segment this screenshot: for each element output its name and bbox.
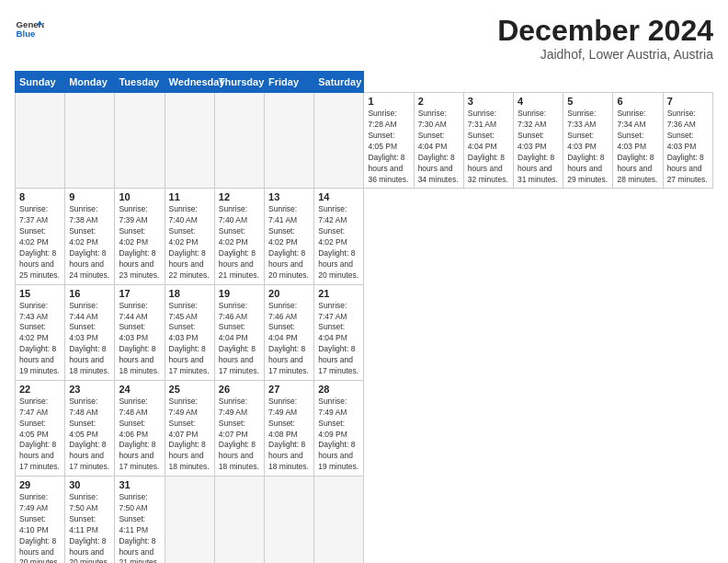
day-info: Sunrise: 7:37 AMSunset: 4:02 PMDaylight:… <box>19 204 61 281</box>
calendar-cell: 11Sunrise: 7:40 AMSunset: 4:02 PMDayligh… <box>165 189 214 284</box>
day-info: Sunrise: 7:45 AMSunset: 4:03 PMDaylight:… <box>169 301 210 377</box>
calendar-cell: 7Sunrise: 7:36 AMSunset: 4:03 PMDaylight… <box>663 93 712 189</box>
day-number: 21 <box>318 288 359 299</box>
day-number: 31 <box>119 479 160 490</box>
calendar-cell: 5Sunrise: 7:33 AMSunset: 4:03 PMDaylight… <box>563 93 613 189</box>
calendar-cell <box>265 93 314 189</box>
day-info: Sunrise: 7:38 AMSunset: 4:02 PMDaylight:… <box>69 204 110 281</box>
calendar-page: General Blue December 2024 Jaidhof, Lowe… <box>0 0 728 563</box>
day-info: Sunrise: 7:48 AMSunset: 4:06 PMDaylight:… <box>119 396 160 473</box>
day-info: Sunrise: 7:49 AMSunset: 4:07 PMDaylight:… <box>219 396 260 473</box>
day-number: 10 <box>119 191 160 202</box>
calendar-cell: 28Sunrise: 7:49 AMSunset: 4:09 PMDayligh… <box>314 380 364 476</box>
calendar-cell: 9Sunrise: 7:38 AMSunset: 4:02 PMDaylight… <box>65 189 115 284</box>
day-number: 20 <box>268 288 310 299</box>
calendar-cell <box>265 477 314 563</box>
calendar-cell: 18Sunrise: 7:45 AMSunset: 4:03 PMDayligh… <box>165 284 214 380</box>
calendar-cell: 15Sunrise: 7:43 AMSunset: 4:02 PMDayligh… <box>16 284 65 380</box>
day-info: Sunrise: 7:50 AMSunset: 4:11 PMDaylight:… <box>69 492 110 563</box>
calendar-table: SundayMondayTuesdayWednesdayThursdayFrid… <box>15 71 713 563</box>
day-info: Sunrise: 7:48 AMSunset: 4:05 PMDaylight:… <box>69 396 110 473</box>
calendar-cell: 26Sunrise: 7:49 AMSunset: 4:07 PMDayligh… <box>214 380 264 476</box>
calendar-cell: 17Sunrise: 7:44 AMSunset: 4:03 PMDayligh… <box>115 284 165 380</box>
calendar-cell: 4Sunrise: 7:32 AMSunset: 4:03 PMDaylight… <box>514 93 563 189</box>
calendar-cell: 24Sunrise: 7:48 AMSunset: 4:06 PMDayligh… <box>115 380 165 476</box>
calendar-cell: 29Sunrise: 7:49 AMSunset: 4:10 PMDayligh… <box>16 477 65 563</box>
month-title: December 2024 <box>497 15 713 47</box>
calendar-cell: 27Sunrise: 7:49 AMSunset: 4:08 PMDayligh… <box>265 380 314 476</box>
day-number: 8 <box>19 191 61 202</box>
day-number: 23 <box>69 384 110 395</box>
calendar-cell: 14Sunrise: 7:42 AMSunset: 4:02 PMDayligh… <box>314 189 364 284</box>
day-info: Sunrise: 7:50 AMSunset: 4:11 PMDaylight:… <box>119 492 160 563</box>
day-info: Sunrise: 7:31 AMSunset: 4:04 PMDaylight:… <box>468 109 509 185</box>
day-number: 12 <box>219 191 260 202</box>
calendar-cell: 23Sunrise: 7:48 AMSunset: 4:05 PMDayligh… <box>65 380 115 476</box>
day-info: Sunrise: 7:30 AMSunset: 4:04 PMDaylight:… <box>418 109 460 185</box>
calendar-cell <box>115 93 165 189</box>
location-title: Jaidhof, Lower Austria, Austria <box>497 47 713 62</box>
calendar-cell <box>314 477 364 563</box>
calendar-cell: 13Sunrise: 7:41 AMSunset: 4:02 PMDayligh… <box>265 189 314 284</box>
day-number: 2 <box>418 96 460 107</box>
day-info: Sunrise: 7:28 AMSunset: 4:05 PMDaylight:… <box>368 109 409 185</box>
calendar-cell <box>214 477 264 563</box>
day-info: Sunrise: 7:34 AMSunset: 4:03 PMDaylight:… <box>617 109 658 185</box>
day-number: 13 <box>268 191 310 202</box>
calendar-cell: 25Sunrise: 7:49 AMSunset: 4:07 PMDayligh… <box>165 380 214 476</box>
day-info: Sunrise: 7:41 AMSunset: 4:02 PMDaylight:… <box>268 204 310 281</box>
calendar-cell: 19Sunrise: 7:46 AMSunset: 4:04 PMDayligh… <box>214 284 264 380</box>
day-info: Sunrise: 7:47 AMSunset: 4:05 PMDaylight:… <box>19 396 61 473</box>
day-number: 11 <box>169 191 210 202</box>
day-number: 9 <box>69 191 110 202</box>
calendar-cell: 21Sunrise: 7:47 AMSunset: 4:04 PMDayligh… <box>314 284 364 380</box>
calendar-cell: 30Sunrise: 7:50 AMSunset: 4:11 PMDayligh… <box>65 477 115 563</box>
calendar-cell: 12Sunrise: 7:40 AMSunset: 4:02 PMDayligh… <box>214 189 264 284</box>
calendar-cell <box>165 93 214 189</box>
calendar-cell <box>314 93 364 189</box>
day-info: Sunrise: 7:40 AMSunset: 4:02 PMDaylight:… <box>169 204 210 281</box>
header: General Blue December 2024 Jaidhof, Lowe… <box>15 15 713 62</box>
calendar-cell: 6Sunrise: 7:34 AMSunset: 4:03 PMDaylight… <box>613 93 663 189</box>
day-number: 25 <box>169 384 210 395</box>
calendar-cell <box>165 477 214 563</box>
calendar-cell: 8Sunrise: 7:37 AMSunset: 4:02 PMDaylight… <box>16 189 65 284</box>
day-info: Sunrise: 7:46 AMSunset: 4:04 PMDaylight:… <box>268 301 310 377</box>
calendar-cell: 1Sunrise: 7:28 AMSunset: 4:05 PMDaylight… <box>364 93 414 189</box>
day-of-week-header: Wednesday <box>165 72 214 93</box>
day-of-week-header: Sunday <box>16 72 65 93</box>
day-info: Sunrise: 7:49 AMSunset: 4:09 PMDaylight:… <box>318 396 359 473</box>
day-number: 14 <box>318 191 359 202</box>
day-number: 6 <box>617 96 658 107</box>
day-number: 15 <box>19 288 61 299</box>
day-of-week-header: Monday <box>65 72 115 93</box>
day-of-week-header: Thursday <box>214 72 264 93</box>
title-block: December 2024 Jaidhof, Lower Austria, Au… <box>497 15 713 62</box>
day-number: 17 <box>119 288 160 299</box>
day-info: Sunrise: 7:49 AMSunset: 4:10 PMDaylight:… <box>19 492 61 563</box>
day-info: Sunrise: 7:36 AMSunset: 4:03 PMDaylight:… <box>667 109 709 185</box>
day-info: Sunrise: 7:42 AMSunset: 4:02 PMDaylight:… <box>318 204 359 281</box>
day-info: Sunrise: 7:43 AMSunset: 4:02 PMDaylight:… <box>19 301 61 377</box>
day-number: 4 <box>518 96 559 107</box>
day-number: 16 <box>69 288 110 299</box>
calendar-cell: 3Sunrise: 7:31 AMSunset: 4:04 PMDaylight… <box>463 93 513 189</box>
day-number: 29 <box>19 479 61 490</box>
day-number: 30 <box>69 479 110 490</box>
day-number: 19 <box>219 288 260 299</box>
day-info: Sunrise: 7:44 AMSunset: 4:03 PMDaylight:… <box>119 301 160 377</box>
calendar-cell: 20Sunrise: 7:46 AMSunset: 4:04 PMDayligh… <box>265 284 314 380</box>
svg-text:Blue: Blue <box>17 29 36 39</box>
day-number: 27 <box>268 384 310 395</box>
day-info: Sunrise: 7:47 AMSunset: 4:04 PMDaylight:… <box>318 301 359 377</box>
day-number: 18 <box>169 288 210 299</box>
calendar-cell: 10Sunrise: 7:39 AMSunset: 4:02 PMDayligh… <box>115 189 165 284</box>
day-number: 1 <box>368 96 409 107</box>
calendar-cell: 31Sunrise: 7:50 AMSunset: 4:11 PMDayligh… <box>115 477 165 563</box>
day-number: 22 <box>19 384 61 395</box>
day-info: Sunrise: 7:33 AMSunset: 4:03 PMDaylight:… <box>567 109 609 185</box>
day-of-week-header: Saturday <box>314 72 364 93</box>
day-info: Sunrise: 7:40 AMSunset: 4:02 PMDaylight:… <box>219 204 260 281</box>
day-number: 5 <box>567 96 609 107</box>
day-number: 24 <box>119 384 160 395</box>
